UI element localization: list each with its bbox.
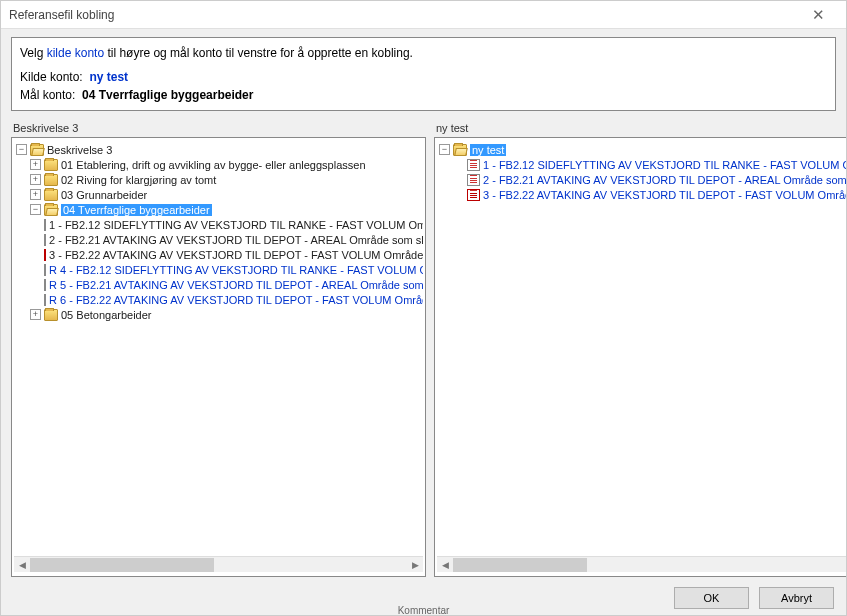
left-tree[interactable]: − Beskrivelse 3 + 01 Etablering, drift o… xyxy=(11,137,426,577)
link-kilde-konto[interactable]: kilde konto xyxy=(47,46,104,60)
expand-icon[interactable]: + xyxy=(30,174,41,185)
document-icon xyxy=(44,264,46,276)
info-line-1: Velg kilde konto til høyre og mål konto … xyxy=(20,44,827,62)
info-target-row: Mål konto: 04 Tverrfaglige byggearbeider xyxy=(20,86,827,104)
right-pane-label: ny test xyxy=(434,119,846,137)
scroll-thumb[interactable] xyxy=(453,558,587,572)
titlebar: Referansefil kobling ✕ xyxy=(1,1,846,29)
info-panel: Velg kilde konto til høyre og mål konto … xyxy=(11,37,836,111)
document-icon xyxy=(44,219,46,231)
folder-icon xyxy=(44,174,58,186)
collapse-icon[interactable]: − xyxy=(16,144,27,155)
tree-root-selected[interactable]: − ny test xyxy=(437,142,846,157)
folder-open-icon xyxy=(30,144,44,156)
tree-node-05[interactable]: + 05 Betongarbeider xyxy=(14,307,423,322)
tree-node-01[interactable]: + 01 Etablering, drift og avvikling av b… xyxy=(14,157,423,172)
tree-item-ref[interactable]: R 4 - FB2.12 SIDEFLYTTING AV VEKSTJORD T… xyxy=(14,262,423,277)
horizontal-scrollbar[interactable]: ◀ ▶ xyxy=(437,556,846,572)
document-icon xyxy=(44,234,46,246)
panes-container: Beskrivelse 3 − Beskrivelse 3 + 01 Etabl… xyxy=(1,119,846,581)
document-red-icon xyxy=(467,189,480,201)
cancel-button[interactable]: Avbryt xyxy=(759,587,834,609)
close-button[interactable]: ✕ xyxy=(798,2,838,28)
close-icon: ✕ xyxy=(812,6,825,24)
tree-item-ref[interactable]: R 6 - FB2.22 AVTAKING AV VEKSTJORD TIL D… xyxy=(14,292,423,307)
scroll-left-icon[interactable]: ◀ xyxy=(14,558,30,572)
document-icon xyxy=(44,294,46,306)
tree-node-03[interactable]: + 03 Grunnarbeider xyxy=(14,187,423,202)
tree-item[interactable]: 3 - FB2.22 AVTAKING AV VEKSTJORD TIL DEP… xyxy=(437,187,846,202)
folder-icon xyxy=(44,189,58,201)
right-pane: ny test − ny test 1 - FB2.12 SIDEFLYTTIN… xyxy=(434,119,846,577)
document-icon xyxy=(467,174,480,186)
document-icon xyxy=(467,159,480,171)
folder-icon xyxy=(44,159,58,171)
left-pane: Beskrivelse 3 − Beskrivelse 3 + 01 Etabl… xyxy=(11,119,426,577)
info-source-row: Kilde konto: ny test xyxy=(20,68,827,86)
tree-node-02[interactable]: + 02 Riving for klargjøring av tomt xyxy=(14,172,423,187)
scroll-left-icon[interactable]: ◀ xyxy=(437,558,453,572)
expand-icon[interactable]: + xyxy=(30,159,41,170)
left-pane-label: Beskrivelse 3 xyxy=(11,119,426,137)
folder-open-icon xyxy=(44,204,58,216)
target-account-value: 04 Tverrfaglige byggearbeider xyxy=(82,88,253,102)
folder-icon xyxy=(44,309,58,321)
scroll-right-icon[interactable]: ▶ xyxy=(407,558,423,572)
bottom-hint: Kommentar xyxy=(398,605,450,616)
dialog-window: Referansefil kobling ✕ Velg kilde konto … xyxy=(0,0,847,616)
tree-item[interactable]: 3 - FB2.22 AVTAKING AV VEKSTJORD TIL DEP… xyxy=(14,247,423,262)
collapse-icon[interactable]: − xyxy=(30,204,41,215)
window-title: Referansefil kobling xyxy=(9,8,114,22)
collapse-icon[interactable]: − xyxy=(439,144,450,155)
right-tree[interactable]: − ny test 1 - FB2.12 SIDEFLYTTING AV VEK… xyxy=(434,137,846,577)
folder-open-icon xyxy=(453,144,467,156)
document-icon xyxy=(44,279,46,291)
tree-item[interactable]: 2 - FB2.21 AVTAKING AV VEKSTJORD TIL DEP… xyxy=(437,172,846,187)
expand-icon[interactable]: + xyxy=(30,189,41,200)
tree-root[interactable]: − Beskrivelse 3 xyxy=(14,142,423,157)
tree-item[interactable]: 1 - FB2.12 SIDEFLYTTING AV VEKSTJORD TIL… xyxy=(14,217,423,232)
tree-node-04-selected[interactable]: − 04 Tverrfaglige byggearbeider xyxy=(14,202,423,217)
source-account-value: ny test xyxy=(89,70,128,84)
expand-icon[interactable]: + xyxy=(30,309,41,320)
tree-item[interactable]: 1 - FB2.12 SIDEFLYTTING AV VEKSTJORD TIL… xyxy=(437,157,846,172)
tree-item-ref[interactable]: R 5 - FB2.21 AVTAKING AV VEKSTJORD TIL D… xyxy=(14,277,423,292)
ok-button[interactable]: OK xyxy=(674,587,749,609)
horizontal-scrollbar[interactable]: ◀ ▶ xyxy=(14,556,423,572)
scroll-thumb[interactable] xyxy=(30,558,214,572)
document-red-icon xyxy=(44,249,46,261)
tree-item[interactable]: 2 - FB2.21 AVTAKING AV VEKSTJORD TIL DEP… xyxy=(14,232,423,247)
